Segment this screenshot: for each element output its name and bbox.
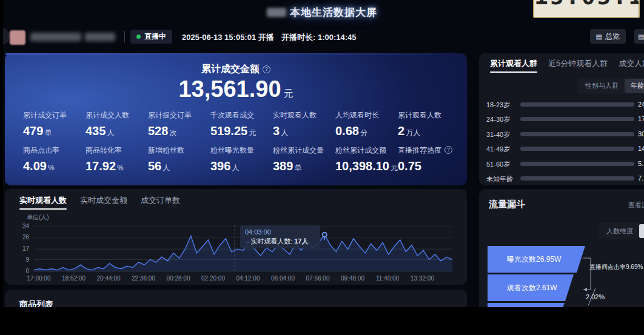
y-tick: 34 — [13, 223, 29, 230]
metric-value: 528次 — [148, 124, 210, 138]
age-bar-track — [520, 102, 634, 107]
info-icon[interactable]: ? — [263, 65, 270, 73]
age-bar-row-3: 41-49岁14.3 — [486, 144, 644, 154]
metric-label: 累计成交人数 — [86, 110, 148, 121]
audience-tab-2[interactable]: 成交人群 — [619, 58, 644, 73]
stream-duration: 开播时长: 1:00:14:45 — [281, 32, 357, 43]
metric-r2-0: 商品点击率4.09% — [23, 145, 86, 173]
metric-value: 3人 — [273, 124, 335, 138]
metric-r1-6: 累计观看人数2万人 — [398, 110, 460, 138]
x-tick: 11:40:00 — [376, 275, 399, 282]
metric-label: 商品点击率 — [23, 145, 86, 156]
x-tick: 13:32:00 — [411, 275, 434, 282]
age-bar-label: 未知年龄 — [486, 174, 513, 184]
age-bar-value: 5.7 — [638, 160, 644, 167]
audience-tab-1[interactable]: 近5分钟观看人群 — [548, 58, 608, 73]
age-bar-row-0: 18-23岁24.2 — [486, 99, 644, 110]
funnel-annotation-ctr: 直播间点击率9.69% — [589, 263, 643, 271]
metric-r2-4: 粉丝累计成交量389单 — [273, 145, 335, 173]
age-bar-value: 7.7 — [638, 174, 644, 182]
live-badge-label: 直播中 — [144, 32, 166, 42]
view-traffic-link[interactable]: 查看流量 — [628, 201, 644, 210]
audience-toggle-0[interactable]: 性别与人群 — [579, 79, 625, 93]
top-header: 本地生活数据大屏 15:05:15 — [0, 0, 644, 24]
summary-unit: 元 — [284, 88, 293, 99]
audience-toggle-1[interactable]: 年龄 — [625, 79, 644, 93]
age-bar-track — [520, 147, 634, 151]
metric-r1-2: 累计提交订单528次 — [148, 110, 210, 138]
metric-r2-6: 直播推荐热度?0.75 — [398, 145, 460, 173]
metric-label: 累计成交订单 — [23, 110, 86, 121]
metric-value: 17.92% — [86, 159, 148, 173]
metric-label: 累计观看人数 — [398, 110, 460, 121]
age-bar-row-5: 未知年龄7.7 — [486, 173, 644, 184]
funnel-toggle-0[interactable]: 人数维度 — [600, 224, 639, 238]
x-tick: 18:52:00 — [62, 275, 86, 282]
x-tick: 17:00:00 — [27, 275, 51, 282]
trend-tab-1[interactable]: 实时成交金额 — [80, 195, 127, 210]
age-bar-track — [520, 162, 634, 166]
y-tick: 0 — [13, 268, 29, 274]
streamer-avatar — [10, 30, 25, 45]
clock-digits: 15:05:15 — [534, 0, 639, 10]
metric-r1-5: 人均观看时长0.68分 — [335, 110, 398, 138]
x-tick: 09:48:00 — [341, 275, 364, 282]
age-bar-label: 18-23岁 — [486, 101, 510, 110]
redacted-brand-block — [267, 8, 286, 17]
audience-tab-0[interactable]: 累计观看人群 — [490, 58, 537, 73]
redacted-streamer-name — [30, 33, 81, 41]
clock-widget: 15:05:15 — [533, 0, 640, 18]
stream-start-time: 2025-06-13 15:05:01 开播 — [182, 32, 274, 43]
metric-label: 粉丝累计成交额 — [335, 145, 398, 156]
age-bar-label: 24-30岁 — [486, 115, 510, 124]
funnel-title: 流量漏斗 — [489, 199, 525, 210]
metric-label: 粉丝曝光数量 — [210, 145, 273, 156]
metric-value: 396人 — [210, 159, 273, 173]
trend-tab-2[interactable]: 成交订单数 — [141, 195, 180, 210]
trend-tabs: 实时观看人数实时成交金额成交订单数 — [19, 195, 180, 210]
left-black-strip — [0, 0, 3, 335]
metric-label: 新增粉丝数 — [148, 145, 210, 156]
age-bar-track — [520, 176, 634, 181]
clipped-button-icon: ▤ — [638, 33, 644, 41]
metric-r2-1: 商品转化率17.92% — [86, 145, 148, 173]
age-bar-track — [520, 117, 634, 121]
x-tick: 04:12:00 — [236, 275, 260, 282]
metric-r1-1: 累计成交人数435人 — [86, 110, 148, 138]
metric-label: 实时观看人数 — [273, 110, 335, 121]
age-bar-value: 14.3 — [638, 145, 644, 152]
overview-button-label: 总览 — [605, 32, 620, 42]
metric-r1-4: 实时观看人数3人 — [273, 110, 335, 138]
trend-tab-0[interactable]: 实时观看人数 — [19, 195, 67, 210]
summary-title: 累计成交金额? — [5, 63, 467, 76]
metric-r1-0: 累计成交订单479单 — [23, 110, 86, 138]
age-bar-value: 30.3 — [638, 130, 644, 138]
age-bar-track — [520, 132, 634, 136]
clipped-button[interactable]: ▤ — [634, 29, 644, 44]
metric-value: 4.09% — [23, 159, 86, 173]
y-tick: 9 — [13, 256, 29, 263]
metric-value: 519.25元 — [210, 124, 273, 138]
sub-header: 直播中 2025-06-13 15:05:01 开播 开播时长: 1:00:14… — [0, 27, 644, 47]
tooltip-value: –实时观看人数: 17人 — [245, 237, 315, 246]
metric-r1-3: 千次观看成交519.25元 — [210, 110, 273, 138]
tooltip-time: 04:03:00 — [245, 228, 315, 237]
age-bar-label: 31-40岁 — [486, 130, 510, 139]
audience-panel: 累计观看人群近5分钟观看人群成交人群 性别与人群年龄地域 18-23岁24.22… — [479, 53, 644, 185]
overview-icon: ▤ — [596, 33, 602, 41]
info-icon[interactable]: ? — [444, 146, 452, 154]
metric-value: 435人 — [86, 124, 148, 138]
metric-label: 千次观看成交 — [210, 110, 273, 121]
summary-value: 13,561.90元 — [5, 76, 467, 102]
funnel-toggle-1[interactable]: 次数维度 — [639, 224, 644, 238]
overview-button[interactable]: ▤ 总览 — [590, 29, 626, 44]
age-bar-row-2: 31-40岁30.3 — [486, 129, 644, 140]
metric-value: 2万人 — [398, 124, 460, 138]
audience-tabs: 累计观看人群近5分钟观看人群成交人群 — [490, 58, 644, 73]
metric-label: 直播推荐热度? — [398, 145, 460, 156]
metric-r2-5: 粉丝累计成交额10,398.10元 — [335, 145, 398, 173]
funnel-dimension-toggles: 人数维度次数维度 — [599, 223, 644, 239]
age-bar-value: 17.5 — [638, 115, 644, 122]
y-tick: 17 — [13, 245, 29, 252]
x-tick: 02:20:00 — [201, 275, 225, 282]
